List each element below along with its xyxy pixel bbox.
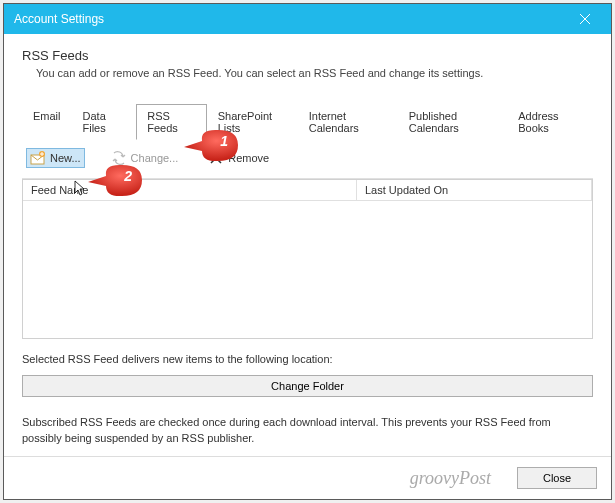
watermark-text: groovyPost: [410, 468, 491, 489]
column-last-updated[interactable]: Last Updated On: [357, 180, 592, 200]
tab-sharepoint-lists[interactable]: SharePoint Lists: [207, 104, 298, 140]
table-header: Feed Name Last Updated On: [23, 180, 592, 201]
new-button[interactable]: New...: [26, 148, 85, 168]
change-folder-button[interactable]: Change Folder: [22, 375, 593, 397]
info-note: Subscribed RSS Feeds are checked once du…: [22, 415, 593, 446]
new-icon: [30, 150, 46, 166]
change-icon: [111, 150, 127, 166]
tab-internet-calendars[interactable]: Internet Calendars: [298, 104, 398, 140]
tab-address-books[interactable]: Address Books: [507, 104, 593, 140]
column-feed-name[interactable]: Feed Name: [23, 180, 357, 200]
remove-button[interactable]: Remove: [204, 148, 273, 168]
content-area: RSS Feeds You can add or remove an RSS F…: [4, 34, 611, 456]
location-text: Selected RSS Feed delivers new items to …: [22, 339, 593, 365]
tab-published-calendars[interactable]: Published Calendars: [398, 104, 508, 140]
close-button[interactable]: Close: [517, 467, 597, 489]
page-title: RSS Feeds: [22, 48, 593, 63]
change-label: Change...: [131, 152, 179, 164]
remove-icon: [208, 150, 224, 166]
dialog-footer: groovyPost Close: [4, 456, 611, 499]
close-icon[interactable]: [565, 5, 605, 33]
feed-table: Feed Name Last Updated On: [22, 179, 593, 339]
remove-label: Remove: [228, 152, 269, 164]
tab-email[interactable]: Email: [22, 104, 72, 140]
window-title: Account Settings: [14, 12, 104, 26]
toolbar: New... Change... Remove: [22, 140, 593, 179]
tab-data-files[interactable]: Data Files: [72, 104, 137, 140]
page-subtitle: You can add or remove an RSS Feed. You c…: [36, 67, 593, 79]
new-label: New...: [50, 152, 81, 164]
tab-strip: Email Data Files RSS Feeds SharePoint Li…: [22, 103, 593, 140]
account-settings-dialog: Account Settings RSS Feeds You can add o…: [3, 3, 612, 500]
titlebar: Account Settings: [4, 4, 611, 34]
change-button: Change...: [107, 148, 183, 168]
tab-rss-feeds[interactable]: RSS Feeds: [136, 104, 206, 140]
